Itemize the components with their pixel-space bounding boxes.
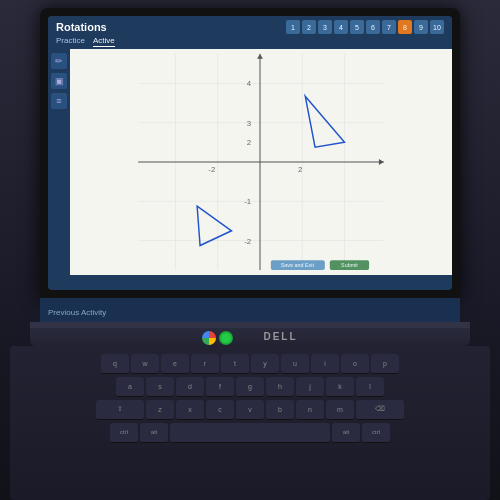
browser-icons	[202, 331, 233, 345]
prev-activity-label[interactable]: Previous Activity	[48, 308, 106, 317]
key-i[interactable]: i	[311, 354, 339, 374]
svg-text:Submit: Submit	[341, 262, 358, 268]
num-btn-3[interactable]: 3	[318, 20, 332, 34]
menu-tool[interactable]: ≡	[51, 93, 67, 109]
key-k[interactable]: k	[326, 377, 354, 397]
num-btn-5[interactable]: 5	[350, 20, 364, 34]
key-u[interactable]: u	[281, 354, 309, 374]
key-space[interactable]	[170, 423, 330, 443]
tab-bar: Practice Active	[48, 36, 452, 49]
key-s[interactable]: s	[146, 377, 174, 397]
keyboard-row-2: a s d f g h j k l	[18, 377, 482, 397]
key-o[interactable]: o	[341, 354, 369, 374]
svg-text:4: 4	[247, 79, 252, 88]
main-content: ✏ ▣ ≡	[48, 49, 452, 275]
svg-text:Save and Exit: Save and Exit	[281, 262, 315, 268]
key-b[interactable]: b	[266, 400, 294, 420]
tab-active[interactable]: Active	[93, 36, 115, 47]
number-buttons: 1 2 3 4 5 6 7 8 9 10	[286, 20, 444, 34]
key-p[interactable]: p	[371, 354, 399, 374]
num-btn-6[interactable]: 6	[366, 20, 380, 34]
key-c[interactable]: c	[206, 400, 234, 420]
svg-text:2: 2	[247, 138, 251, 147]
key-ctrl-r[interactable]: ctrl	[362, 423, 390, 443]
key-r[interactable]: r	[191, 354, 219, 374]
key-y[interactable]: y	[251, 354, 279, 374]
key-v[interactable]: v	[236, 400, 264, 420]
num-btn-2[interactable]: 2	[302, 20, 316, 34]
key-a[interactable]: a	[116, 377, 144, 397]
svg-text:-2: -2	[208, 165, 215, 174]
laptop-outer: Rotations 1 2 3 4 5 6 7 8 9 10 Practice …	[0, 0, 500, 500]
key-h[interactable]: h	[266, 377, 294, 397]
pencil-tool[interactable]: ✏	[51, 53, 67, 69]
key-l[interactable]: l	[356, 377, 384, 397]
screen: Rotations 1 2 3 4 5 6 7 8 9 10 Practice …	[48, 16, 452, 290]
num-btn-8[interactable]: 8	[398, 20, 412, 34]
key-n[interactable]: n	[296, 400, 324, 420]
tab-practice[interactable]: Practice	[56, 36, 85, 47]
key-z[interactable]: z	[146, 400, 174, 420]
key-f[interactable]: f	[206, 377, 234, 397]
key-t[interactable]: t	[221, 354, 249, 374]
num-btn-7[interactable]: 7	[382, 20, 396, 34]
key-ctrl[interactable]: ctrl	[110, 423, 138, 443]
num-btn-10[interactable]: 10	[430, 20, 444, 34]
svg-text:-2: -2	[244, 237, 251, 246]
keyboard-row-4: ctrl alt alt ctrl	[18, 423, 482, 443]
num-btn-9[interactable]: 9	[414, 20, 428, 34]
key-backspace[interactable]: ⌫	[356, 400, 404, 420]
key-e[interactable]: e	[161, 354, 189, 374]
graph-svg: -2 2 3 4 -1 -2 2	[70, 49, 452, 275]
svg-text:-1: -1	[244, 197, 251, 206]
key-alt[interactable]: alt	[140, 423, 168, 443]
chrome-icon	[202, 331, 216, 345]
prev-activity-bar: Previous Activity	[40, 298, 460, 322]
svg-text:3: 3	[247, 119, 252, 128]
key-q[interactable]: q	[101, 354, 129, 374]
app-title: Rotations	[56, 21, 107, 33]
top-bar: Rotations 1 2 3 4 5 6 7 8 9 10	[48, 16, 452, 36]
keyboard-row-1: q w e r t y u i o p	[18, 354, 482, 374]
svg-text:2: 2	[298, 165, 302, 174]
key-x[interactable]: x	[176, 400, 204, 420]
key-d[interactable]: d	[176, 377, 204, 397]
image-tool[interactable]: ▣	[51, 73, 67, 89]
key-m[interactable]: m	[326, 400, 354, 420]
laptop-bottom-strip: DELL	[30, 328, 470, 346]
key-shift[interactable]: ⇧	[96, 400, 144, 420]
dell-logo: DELL	[263, 331, 297, 342]
screen-bezel: Rotations 1 2 3 4 5 6 7 8 9 10 Practice …	[40, 8, 460, 298]
key-alt-r[interactable]: alt	[332, 423, 360, 443]
keyboard-area: q w e r t y u i o p a s d f g h j k l ⇧ …	[10, 346, 490, 500]
left-toolbar: ✏ ▣ ≡	[48, 49, 70, 275]
key-g[interactable]: g	[236, 377, 264, 397]
graph-area: -2 2 3 4 -1 -2 2	[70, 49, 452, 275]
num-btn-1[interactable]: 1	[286, 20, 300, 34]
key-w[interactable]: w	[131, 354, 159, 374]
keyboard-row-3: ⇧ z x c v b n m ⌫	[18, 400, 482, 420]
num-btn-4[interactable]: 4	[334, 20, 348, 34]
green-icon	[219, 331, 233, 345]
key-j[interactable]: j	[296, 377, 324, 397]
